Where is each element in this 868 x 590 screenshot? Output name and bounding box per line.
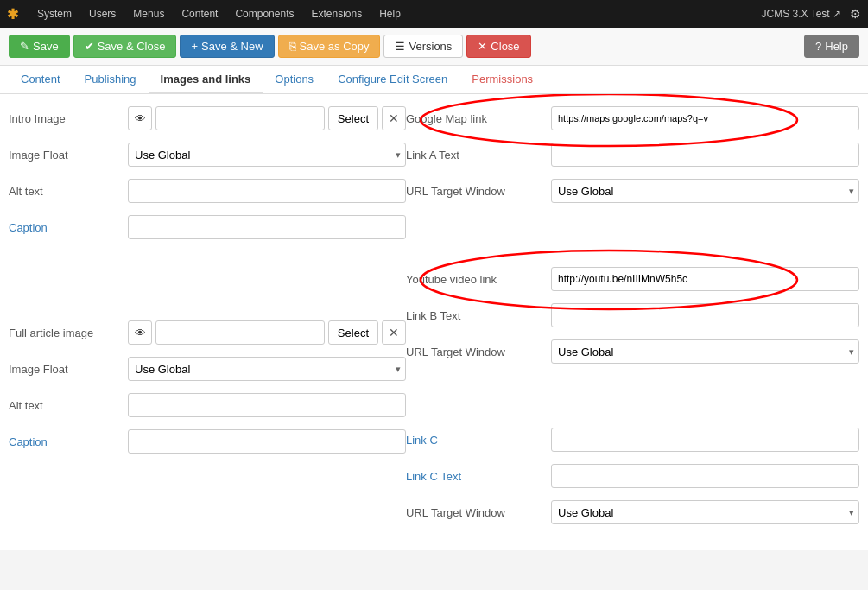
save-close-button[interactable]: ✔ Save & Close — [73, 35, 177, 58]
full-article-image-select-btn[interactable]: Select — [328, 320, 378, 345]
intro-image-picker: 👁 Select ✕ — [128, 106, 406, 130]
google-map-link-input[interactable] — [551, 106, 859, 130]
save-button[interactable]: ✎ Save — [9, 35, 70, 58]
tab-bar: Content Publishing Images and links Opti… — [0, 66, 868, 94]
image-float-2-select-wrapper: Use Global None Left Right — [128, 357, 406, 381]
intro-image-preview-btn[interactable]: 👁 — [128, 106, 152, 130]
url-target-1-label: URL Target Window — [406, 185, 544, 198]
tab-content[interactable]: Content — [9, 66, 73, 94]
intro-image-file-input[interactable] — [155, 106, 325, 130]
link-c-row: Link C — [406, 428, 859, 452]
toolbar: ✎ Save ✔ Save & Close + Save & New ⎘ Sav… — [0, 28, 868, 66]
full-article-image-file-input[interactable] — [155, 320, 325, 345]
url-target-3-select[interactable]: Use Global Parent Window New Window In P… — [551, 500, 859, 524]
youtube-link-label: Youtube video link — [406, 273, 544, 286]
checkmark-icon: ✔ — [85, 40, 94, 53]
nav-menus[interactable]: Menus — [124, 0, 173, 28]
caption-1-row: Caption — [9, 215, 406, 239]
intro-image-select-btn[interactable]: Select — [328, 106, 378, 130]
alt-text-2-label: Alt text — [9, 399, 121, 412]
url-target-1-select[interactable]: Use Global Parent Window New Window In P… — [551, 179, 859, 203]
alt-text-1-input[interactable] — [128, 179, 406, 203]
alt-text-1-row: Alt text — [9, 179, 406, 203]
caption-2-row: Caption — [9, 429, 406, 454]
save-new-button[interactable]: + Save & New — [180, 35, 274, 58]
eye-icon-2: 👁 — [135, 327, 146, 339]
save-icon: ✎ — [20, 40, 29, 53]
nav-users[interactable]: Users — [80, 0, 124, 28]
youtube-link-row: Youtube video link — [406, 267, 859, 291]
close-button[interactable]: ✕ Close — [466, 35, 530, 58]
left-column: Intro Image 👁 Select ✕ Image Float Use G… — [9, 94, 406, 536]
top-nav-right: JCMS 3.X Test ↗ ⚙ — [762, 7, 861, 21]
image-float-1-select-wrapper: Use Global None Left Right — [128, 143, 406, 167]
intro-image-label: Intro Image — [9, 112, 121, 125]
full-article-image-preview-btn[interactable]: 👁 — [128, 320, 152, 345]
url-target-2-select-wrapper: Use Global Parent Window New Window In P… — [551, 339, 859, 364]
link-c-label: Link C — [406, 434, 544, 447]
url-target-2-select[interactable]: Use Global Parent Window New Window In P… — [551, 339, 859, 364]
url-target-2-row: URL Target Window Use Global Parent Wind… — [406, 339, 859, 364]
tab-options[interactable]: Options — [263, 66, 326, 94]
copy-icon: ⎘ — [289, 40, 296, 53]
alt-text-2-input[interactable] — [128, 393, 406, 417]
save-copy-button[interactable]: ⎘ Save as Copy — [278, 35, 381, 58]
full-article-image-label: Full article image — [9, 327, 121, 339]
link-a-text-input[interactable] — [551, 143, 859, 167]
close-x-icon: ✕ — [478, 40, 487, 53]
top-nav: ✱ System Users Menus Content Components … — [0, 0, 868, 28]
image-float-1-label: Image Float — [9, 149, 121, 162]
intro-image-row: Intro Image 👁 Select ✕ — [9, 106, 406, 130]
right-column: Google Map link Link A Text URL Target W… — [406, 94, 859, 536]
url-target-2-label: URL Target Window — [406, 346, 544, 358]
image-float-2-label: Image Float — [9, 363, 121, 376]
link-b-text-input[interactable] — [551, 303, 859, 327]
tab-publishing[interactable]: Publishing — [73, 66, 149, 94]
full-article-image-row: Full article image 👁 Select ✕ — [9, 320, 406, 345]
link-b-text-label: Link B Text — [406, 309, 544, 322]
url-target-3-label: URL Target Window — [406, 506, 544, 519]
youtube-link-input[interactable] — [551, 267, 859, 291]
help-icon: ? — [815, 40, 821, 53]
versions-icon: ☰ — [395, 40, 405, 53]
tab-permissions[interactable]: Permissions — [459, 66, 545, 94]
eye-icon: 👁 — [135, 112, 146, 125]
full-article-image-clear-btn[interactable]: ✕ — [382, 320, 406, 345]
full-article-image-picker: 👁 Select ✕ — [128, 320, 406, 345]
intro-image-clear-btn[interactable]: ✕ — [382, 106, 406, 130]
google-map-link-row: Google Map link — [406, 106, 859, 130]
image-float-1-row: Image Float Use Global None Left Right — [9, 143, 406, 167]
tab-images-links[interactable]: Images and links — [149, 66, 263, 94]
nav-extensions[interactable]: Extensions — [302, 0, 371, 28]
link-c-text-row: Link C Text — [406, 464, 859, 488]
caption-2-label: Caption — [9, 435, 121, 448]
caption-2-input[interactable] — [128, 429, 406, 454]
image-float-2-row: Image Float Use Global None Left Right — [9, 357, 406, 381]
nav-components[interactable]: Components — [226, 0, 302, 28]
link-c-text-label: Link C Text — [406, 470, 544, 483]
url-target-1-row: URL Target Window Use Global Parent Wind… — [406, 179, 859, 203]
link-c-text-input[interactable] — [551, 464, 859, 488]
help-button[interactable]: ? Help — [804, 35, 859, 58]
link-b-text-row: Link B Text — [406, 303, 859, 327]
caption-1-input[interactable] — [128, 215, 406, 239]
image-float-1-select[interactable]: Use Global None Left Right — [128, 143, 406, 167]
alt-text-2-row: Alt text — [9, 393, 406, 417]
url-target-3-select-wrapper: Use Global Parent Window New Window In P… — [551, 500, 859, 524]
caption-1-label: Caption — [9, 221, 121, 234]
nav-help[interactable]: Help — [371, 0, 409, 28]
alt-text-1-label: Alt text — [9, 185, 121, 198]
jcms-title: JCMS 3.X Test ↗ — [762, 8, 841, 20]
nav-system[interactable]: System — [29, 0, 80, 28]
gear-icon[interactable]: ⚙ — [850, 7, 861, 21]
plus-icon: + — [191, 40, 198, 53]
nav-content[interactable]: Content — [173, 0, 226, 28]
url-target-1-select-wrapper: Use Global Parent Window New Window In P… — [551, 179, 859, 203]
main-content: Intro Image 👁 Select ✕ Image Float Use G… — [0, 94, 868, 550]
link-c-input[interactable] — [551, 428, 859, 452]
link-a-text-row: Link A Text — [406, 143, 859, 167]
tab-configure-edit[interactable]: Configure Edit Screen — [326, 66, 459, 94]
versions-button[interactable]: ☰ Versions — [383, 35, 463, 58]
url-target-3-row: URL Target Window Use Global Parent Wind… — [406, 500, 859, 524]
image-float-2-select[interactable]: Use Global None Left Right — [128, 357, 406, 381]
